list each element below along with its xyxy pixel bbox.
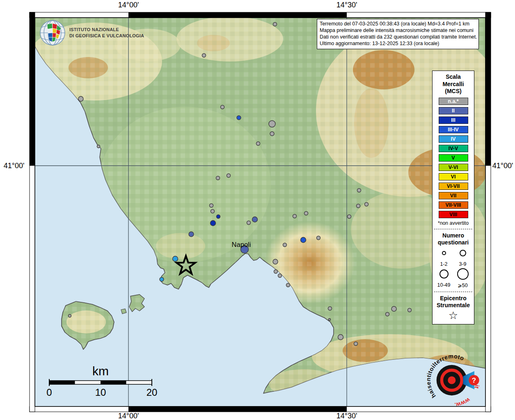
- intensity-point: [391, 306, 396, 311]
- mercalli-scale-chips: n.a.*IIIIIIII-IVIVIV-VVV-VIVIVI-VIIVIIVI…: [433, 98, 474, 218]
- intensity-point: [317, 236, 320, 240]
- logo-www-text: www.: [454, 396, 472, 408]
- intensity-point: [357, 204, 360, 208]
- mercalli-chip: V: [439, 154, 468, 162]
- intensity-point: [273, 259, 278, 264]
- svg-text:www.: www.: [454, 396, 472, 408]
- haisentito-logo-icon: ? haisentitoilterremoto .it www.: [425, 352, 481, 409]
- intensity-point: [173, 256, 178, 262]
- event-info-line2: Mappa preliminare delle intensità macros…: [320, 27, 476, 34]
- intensity-point: [301, 237, 306, 243]
- intensity-point: [357, 189, 361, 192]
- legend-box: Scala Mercalli (MCS) n.a.*IIIIIIII-IVIVI…: [432, 71, 474, 324]
- ingv-globe-icon: [39, 19, 66, 46]
- size-legend-item: 1-2: [435, 247, 453, 267]
- intensity-point: [69, 315, 71, 317]
- mercalli-chip: VI-VII: [439, 183, 468, 190]
- intensity-point: [270, 132, 274, 136]
- svg-text:.it: .it: [474, 383, 481, 390]
- intensity-point: [216, 176, 220, 180]
- mercalli-chip: VI: [439, 173, 468, 180]
- intensity-point: [217, 215, 220, 219]
- intensity-point: [247, 221, 251, 225]
- intensity-point: [365, 203, 369, 206]
- intensity-point: [328, 307, 332, 310]
- size-legend-item: 3-9: [454, 247, 472, 267]
- scale-tick-0: 0: [46, 387, 52, 398]
- intensity-point: [211, 221, 216, 226]
- legend-footnote: *non avvertito: [433, 220, 474, 226]
- mercalli-chip: IV-V: [439, 145, 468, 152]
- intensity-point: [97, 145, 100, 148]
- intensity-point: [189, 232, 194, 237]
- haisentitoilterremoto-logo: ? haisentitoilterremoto .it www.: [425, 352, 481, 409]
- intensity-point: [227, 174, 231, 178]
- city-label-napoli: Napoli: [232, 241, 251, 248]
- intensity-point: [210, 204, 213, 208]
- legend-epicenter-title1: Epicentro: [433, 295, 474, 302]
- axis-bottom-left: 14°00': [118, 412, 139, 420]
- intensity-point: [237, 116, 241, 120]
- intensity-point: [286, 283, 290, 287]
- legend-star-icon: ☆: [433, 310, 474, 321]
- mercalli-chip: VII-VIII: [439, 201, 468, 209]
- event-info-line1: Terremoto del 07-03-2025 00:38:43 (ora l…: [320, 21, 476, 27]
- mercalli-chip: n.a.*: [439, 98, 468, 105]
- intensity-point: [348, 215, 351, 219]
- intensity-point: [329, 319, 331, 321]
- event-info-line3: Dati non verificati estratti da 232 ques…: [320, 34, 476, 41]
- intensity-point: [338, 335, 343, 340]
- intensity-point: [269, 121, 275, 127]
- event-info-line4: Ultimo aggiornamento: 13-12-2025 12:33 (…: [320, 41, 476, 47]
- axis-top-left: 14°00': [118, 1, 139, 9]
- intensity-point: [78, 96, 83, 101]
- intensity-point: [252, 217, 258, 222]
- intensity-point: [256, 142, 260, 146]
- ingv-logo: ISTITUTO NAZIONALE DI GEOFISICA E VULCAN…: [39, 19, 144, 46]
- ingv-name-line2: DI GEOFISICA E VULCANOLOGIA: [69, 33, 144, 39]
- intensity-point: [202, 54, 206, 57]
- size-legend-item: ⩾50: [454, 268, 472, 288]
- intensity-point: [283, 243, 287, 247]
- axis-top-right: 14°30': [336, 1, 357, 9]
- scale-tick-10: 10: [95, 387, 106, 398]
- mercalli-chip: VIII: [439, 211, 468, 218]
- mercalli-chip: III-IV: [439, 126, 468, 133]
- legend-title-line1: Scala: [433, 73, 474, 81]
- legend-title-line2: Mercalli: [433, 81, 474, 88]
- legend-divider: [434, 229, 472, 229]
- mercalli-chip: III: [439, 116, 468, 124]
- legend-sizes-title1: Numero: [433, 232, 474, 240]
- legend-epicenter-title2: Strumentale: [433, 302, 474, 309]
- intensity-point: [160, 277, 164, 281]
- intensity-point: [274, 270, 278, 274]
- size-legend-item: 10-49: [435, 268, 453, 288]
- intensity-point: [304, 212, 308, 215]
- legend-divider2: [434, 292, 472, 292]
- mercalli-chip: II: [439, 107, 468, 114]
- intensity-point: [354, 342, 358, 346]
- intensity-point: [278, 274, 282, 278]
- intensity-point: [273, 23, 277, 26]
- scale-tick-20: 20: [146, 387, 158, 398]
- questionnaire-size-legend: 1-23-910-49⩾50: [433, 247, 474, 289]
- mercalli-chip: V-VI: [439, 164, 468, 171]
- intensity-point: [221, 105, 224, 109]
- ingv-name-line1: ISTITUTO NAZIONALE: [69, 27, 144, 33]
- intensity-point: [408, 308, 412, 312]
- legend-sizes-title2: questionari: [433, 239, 474, 247]
- scale-bar-unit: km: [92, 364, 109, 378]
- event-info-box: Terremoto del 07-03-2025 00:38:43 (ora l…: [317, 19, 479, 49]
- intensity-point: [211, 210, 215, 213]
- macroseismic-map-screen: Napoli km 0 10 20 14°00' 14°30' 14°00: [0, 0, 515, 420]
- legend-title-line3: (MCS): [433, 88, 474, 95]
- axis-bottom-right: 14°30': [336, 412, 357, 420]
- mercalli-chip: VII: [439, 192, 468, 199]
- mercalli-chip: IV: [439, 135, 468, 143]
- intensity-point: [386, 313, 389, 316]
- axis-left: 41°00': [4, 162, 25, 170]
- axis-right: 41°00': [492, 162, 513, 170]
- intensity-point: [293, 215, 297, 218]
- logo-site-tld: .it: [474, 383, 481, 390]
